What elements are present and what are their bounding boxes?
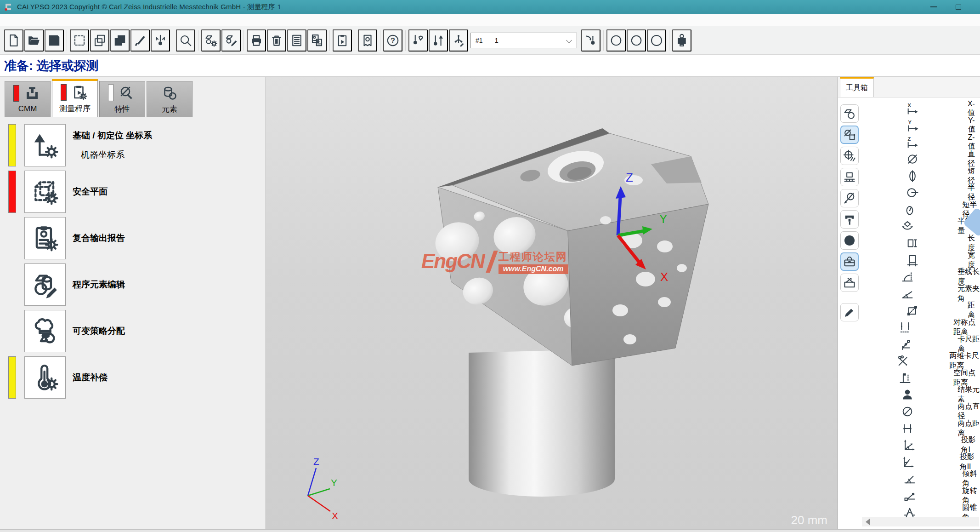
- tool-group-button[interactable]: [840, 210, 859, 229]
- menu-item[interactable]: [83, 18, 93, 22]
- toolbar-button[interactable]: [429, 29, 448, 51]
- paste-icon: [111, 30, 129, 51]
- program-item[interactable]: 安全平面: [0, 171, 266, 213]
- toolbar-button[interactable]: [70, 29, 89, 51]
- tool-group-button[interactable]: [840, 274, 859, 292]
- base-align-icon: [25, 125, 65, 166]
- toolbar-button[interactable]: [267, 29, 286, 51]
- menu-item[interactable]: [2, 18, 12, 22]
- toolbar-button[interactable]: [307, 29, 327, 51]
- toolbox-item[interactable]: 倾斜角: [862, 470, 980, 487]
- menu-item[interactable]: [52, 18, 62, 22]
- toolbar-button[interactable]: [287, 29, 306, 51]
- toolbar-button[interactable]: [45, 29, 64, 51]
- toolbar-button[interactable]: [449, 29, 468, 51]
- program-item[interactable]: 复合输出报告: [0, 217, 266, 259]
- toolbox-item[interactable]: 旋转角: [862, 487, 980, 504]
- toolbox-item[interactable]: 半径测量: [862, 218, 980, 235]
- maximize-button[interactable]: [952, 1, 965, 13]
- menu-item[interactable]: [22, 18, 32, 22]
- toolbar-separator: [329, 30, 330, 51]
- toolbar-button[interactable]: [176, 29, 195, 51]
- tool-group-button[interactable]: [840, 189, 859, 207]
- toolbar-button[interactable]: [358, 29, 377, 51]
- toolbox-item[interactable]: X X-值: [862, 100, 980, 117]
- probe-selector[interactable]: #1 1: [470, 33, 577, 48]
- toolbox-item[interactable]: 元素夹角: [862, 286, 980, 303]
- toolbox-item[interactable]: 对称点距离: [862, 319, 980, 336]
- program-item[interactable]: 温度补偿: [0, 356, 266, 399]
- left-panel-tab[interactable]: 测量程序: [52, 79, 98, 117]
- program-item[interactable]: 程序元素编辑: [0, 263, 266, 306]
- tool-group-button[interactable]: [840, 126, 859, 144]
- toolbar-button[interactable]: [130, 29, 150, 51]
- cmm-machine-icon: [23, 85, 42, 102]
- toolbox-item[interactable]: 短半径: [862, 201, 980, 218]
- toolbar-button[interactable]: [24, 29, 44, 51]
- toolbox-item[interactable]: 垂线长度: [862, 269, 980, 286]
- toolbar-button[interactable]: [110, 29, 130, 51]
- toolbox-item[interactable]: 直径: [862, 151, 980, 168]
- toolbar-button[interactable]: [408, 29, 428, 51]
- menu-item[interactable]: [12, 18, 22, 22]
- toolbar-button[interactable]: [247, 29, 266, 51]
- menu-item[interactable]: [113, 18, 123, 22]
- menu-item[interactable]: [42, 18, 52, 22]
- toolbox-item[interactable]: 半径: [862, 184, 980, 201]
- program-item[interactable]: 基础 / 初定位 坐标系 机器坐标系: [0, 124, 266, 166]
- toolbox-item[interactable]: Z Z-值: [862, 134, 980, 151]
- tool-group-button[interactable]: [840, 303, 859, 321]
- minimize-button[interactable]: [927, 1, 940, 13]
- axis-x-icon: X: [863, 100, 962, 117]
- left-panel-tab[interactable]: 特性: [99, 81, 145, 117]
- toolbox-item[interactable]: 长度: [862, 235, 980, 252]
- toolbox-item[interactable]: 结果元素: [862, 386, 980, 403]
- toolbar-button[interactable]: [581, 29, 600, 51]
- cad-viewport[interactable]: Z Y X Z Y X EngCN 工程师论坛网 www.EngCN.com 2…: [266, 77, 838, 532]
- toolbar-button[interactable]: [672, 29, 691, 51]
- toolbox-item[interactable]: 距离: [862, 302, 980, 319]
- menu-item[interactable]: [123, 18, 133, 22]
- toolbar-button[interactable]: [90, 29, 109, 51]
- toolbox-item[interactable]: Y Y-值: [862, 117, 980, 134]
- left-panel-tab[interactable]: 元素: [147, 81, 193, 117]
- toolbar-button[interactable]: [333, 29, 352, 51]
- menu-item[interactable]: [133, 18, 143, 22]
- title-bar: CALYPSO 2023 Copyright © Carl Zeiss Indu…: [0, 0, 980, 14]
- toolbox-item[interactable]: 两点直径: [862, 403, 980, 420]
- menu-item[interactable]: [103, 18, 113, 22]
- toolbox-item[interactable]: 两点距离: [862, 420, 980, 437]
- menu-item[interactable]: [32, 18, 42, 22]
- horizontal-scrollbar[interactable]: [862, 517, 979, 526]
- toolbox-item[interactable]: 两维卡尺距离: [862, 353, 980, 370]
- toolbar-button[interactable]: [647, 29, 666, 51]
- tool-group-button[interactable]: S: [840, 231, 859, 250]
- tool-group-button[interactable]: [840, 147, 859, 165]
- toolbar-button[interactable]: [4, 29, 23, 51]
- certificate-icon: [359, 30, 376, 51]
- program-item[interactable]: 可变策略分配: [0, 310, 266, 352]
- toolbox-item[interactable]: 卡尺距离: [862, 336, 980, 353]
- scroll-left-icon[interactable]: [866, 519, 870, 525]
- toolbar-button[interactable]: [151, 29, 170, 51]
- toolbox-item[interactable]: 投影角I: [862, 437, 980, 454]
- toolbox-item[interactable]: 短径: [862, 167, 980, 184]
- left-panel-tab[interactable]: CMM: [5, 81, 51, 117]
- menu-item[interactable]: [62, 18, 73, 22]
- toolbar-button[interactable]: [606, 29, 626, 51]
- projection-angle-2-icon: [863, 453, 954, 470]
- status-marker: [8, 356, 16, 399]
- tool-group-button[interactable]: [840, 104, 859, 123]
- toolbar-button[interactable]: [201, 29, 221, 51]
- toolbar-button[interactable]: [221, 29, 241, 51]
- menu-item[interactable]: [93, 18, 103, 22]
- tool-group-button[interactable]: [840, 168, 859, 186]
- toolbox-item[interactable]: 投影角II: [862, 453, 980, 470]
- toolbox-tab[interactable]: 工具箱: [840, 77, 874, 97]
- menu-item[interactable]: [73, 18, 83, 22]
- toolbar-button[interactable]: [627, 29, 646, 51]
- toolbox-item[interactable]: 空间点距离: [862, 370, 980, 387]
- tool-group-button[interactable]: [840, 252, 859, 271]
- toolbar-button[interactable]: ?: [383, 29, 402, 51]
- toolbox-item[interactable]: 宽度: [862, 252, 980, 269]
